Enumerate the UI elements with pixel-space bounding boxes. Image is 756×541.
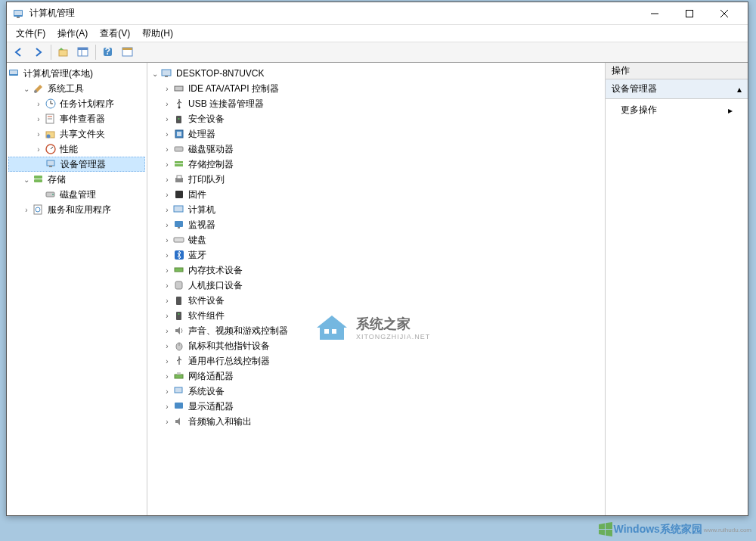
expand-icon[interactable]: › <box>161 158 173 170</box>
svg-rect-9 <box>78 48 88 50</box>
device-audio[interactable]: ›音频输入和输出 <box>149 414 603 429</box>
device-system[interactable]: ›系统设备 <box>149 384 603 399</box>
tree-services[interactable]: › 服务和应用程序 <box>8 202 145 217</box>
maximize-button[interactable] <box>672 2 707 25</box>
services-icon <box>33 204 45 216</box>
device-print-queue[interactable]: ›打印队列 <box>149 172 603 187</box>
expand-icon[interactable]: › <box>33 98 45 110</box>
device-computer[interactable]: ›计算机 <box>149 202 603 217</box>
expand-icon[interactable]: › <box>33 143 45 155</box>
expand-icon[interactable]: › <box>161 294 173 306</box>
minimize-button[interactable] <box>637 2 672 25</box>
device-display[interactable]: ›显示适配器 <box>149 399 603 414</box>
usb-icon <box>173 98 185 110</box>
properties-button[interactable] <box>119 44 137 61</box>
svg-rect-38 <box>175 86 183 91</box>
tools-icon <box>33 82 45 95</box>
forward-button[interactable] <box>29 44 48 61</box>
expand-icon[interactable]: ⌄ <box>20 82 33 95</box>
expand-icon[interactable]: ⌄ <box>20 173 33 185</box>
expand-icon[interactable]: › <box>161 188 173 201</box>
expand-icon[interactable]: › <box>161 309 173 322</box>
expand-icon[interactable]: › <box>161 400 173 412</box>
device-security[interactable]: ›安全设备 <box>149 111 603 126</box>
device-software[interactable]: ›软件设备 <box>149 293 603 308</box>
window-controls <box>637 2 742 25</box>
svg-point-25 <box>47 135 51 138</box>
expand-icon[interactable]: › <box>161 113 173 125</box>
show-hide-tree-button[interactable] <box>74 44 92 61</box>
expand-icon[interactable]: › <box>161 82 173 95</box>
menubar: 文件(F) 操作(A) 查看(V) 帮助(H) <box>7 25 748 42</box>
device-monitor[interactable]: ›监视器 <box>149 217 603 232</box>
expand-icon[interactable]: › <box>161 173 173 185</box>
expand-icon[interactable]: › <box>161 279 173 291</box>
system-icon <box>173 385 185 397</box>
svg-rect-64 <box>175 387 182 393</box>
expand-icon[interactable]: › <box>161 204 173 216</box>
windows-logo-icon <box>597 521 614 538</box>
device-root[interactable]: ⌄ DESKTOP-8N7UVCK <box>149 66 603 81</box>
expand-icon[interactable]: › <box>161 370 173 382</box>
device-hid[interactable]: ›人机接口设备 <box>149 278 603 293</box>
help-button[interactable]: ? <box>99 44 117 61</box>
expand-icon[interactable]: › <box>161 128 173 140</box>
device-keyboard[interactable]: ›键盘 <box>149 232 603 247</box>
tree-event-viewer[interactable]: › 事件查看器 <box>8 111 145 126</box>
expand-icon[interactable]: › <box>161 249 173 261</box>
expand-icon[interactable]: › <box>161 219 173 231</box>
expand-icon[interactable]: › <box>161 264 173 276</box>
expand-icon[interactable]: › <box>20 204 33 216</box>
device-cpu[interactable]: ›处理器 <box>149 126 603 141</box>
tree-storage[interactable]: ⌄ 存储 <box>8 172 145 187</box>
security-icon <box>173 113 185 125</box>
expand-icon[interactable]: › <box>161 143 173 155</box>
tree-device-manager[interactable]: 设备管理器 <box>8 157 145 172</box>
expand-icon[interactable]: › <box>161 355 173 367</box>
device-storage-ctrl[interactable]: ›存储控制器 <box>149 157 603 172</box>
expand-icon[interactable]: › <box>161 98 173 110</box>
expand-icon[interactable]: › <box>161 340 173 352</box>
tree-performance[interactable]: › 性能 <box>8 141 145 157</box>
component-icon <box>173 309 185 322</box>
up-button[interactable] <box>54 44 73 61</box>
keyboard-icon <box>173 234 185 246</box>
tree-system-tools[interactable]: ⌄ 系统工具 <box>8 81 145 96</box>
monitor-icon <box>173 219 185 231</box>
actions-more[interactable]: 更多操作 ▸ <box>606 99 748 121</box>
menu-view[interactable]: 查看(V) <box>94 26 136 42</box>
back-button[interactable] <box>10 44 28 61</box>
tree-task-scheduler[interactable]: › 任务计划程序 <box>8 96 145 111</box>
menu-help[interactable]: 帮助(H) <box>136 26 179 42</box>
device-usb-connector[interactable]: ›USB 连接器管理器 <box>149 96 603 111</box>
tree-shared-folders[interactable]: › 共享文件夹 <box>8 126 145 141</box>
svg-rect-57 <box>176 297 181 305</box>
actions-section[interactable]: 设备管理器 ▴ <box>606 79 748 99</box>
svg-rect-49 <box>175 191 183 198</box>
display-icon <box>173 400 185 412</box>
expand-icon[interactable]: › <box>161 234 173 246</box>
toolbar: ? <box>7 42 748 63</box>
expand-icon[interactable]: › <box>161 415 173 428</box>
svg-text:?: ? <box>105 47 110 57</box>
device-memory[interactable]: ›内存技术设备 <box>149 263 603 278</box>
toolbar-separator <box>95 45 96 60</box>
expand-icon[interactable]: › <box>161 385 173 397</box>
expand-icon[interactable]: › <box>33 113 45 125</box>
device-ide[interactable]: ›IDE ATA/ATAPI 控制器 <box>149 81 603 96</box>
expand-icon[interactable]: › <box>33 128 45 140</box>
device-disk-drive[interactable]: ›磁盘驱动器 <box>149 141 603 157</box>
device-network[interactable]: ›网络适配器 <box>149 368 603 384</box>
device-usb-ctrl[interactable]: ›通用串行总线控制器 <box>149 353 603 368</box>
close-button[interactable] <box>707 2 742 25</box>
tree-disk-management[interactable]: 磁盘管理 <box>8 187 145 202</box>
expand-icon[interactable]: › <box>161 325 173 337</box>
device-bluetooth[interactable]: ›蓝牙 <box>149 247 603 263</box>
expand-icon[interactable]: ⌄ <box>149 67 161 79</box>
menu-file[interactable]: 文件(F) <box>10 26 51 42</box>
svg-rect-43 <box>177 132 181 136</box>
menu-action[interactable]: 操作(A) <box>51 26 94 42</box>
storage-ctrl-icon <box>173 158 185 170</box>
tree-root-local[interactable]: 计算机管理(本地) <box>8 66 145 81</box>
device-firmware[interactable]: ›固件 <box>149 187 603 202</box>
